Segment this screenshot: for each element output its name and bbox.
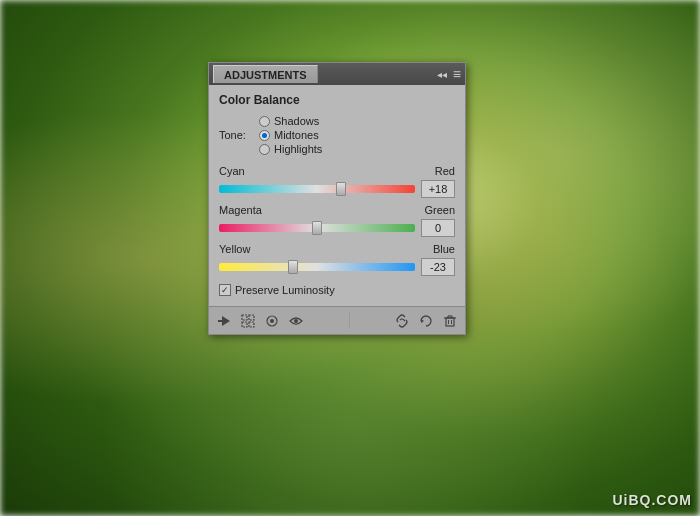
trash-icon[interactable] [441,312,459,330]
cyan-red-slider-row: +18 [219,180,455,198]
tone-radio-group: Shadows Midtones Highlights [259,115,322,155]
svg-marker-0 [218,316,230,326]
brush-icon[interactable] [263,312,281,330]
red-label: Red [435,165,455,177]
cyan-red-track [219,185,415,193]
radio-shadows[interactable]: Shadows [259,115,322,127]
svg-marker-8 [421,319,424,323]
yellow-blue-slider-row: -23 [219,258,455,276]
cyan-red-value[interactable]: +18 [421,180,455,198]
radio-shadows-circle [259,116,270,127]
radio-highlights-label: Highlights [274,143,322,155]
panel-title: Color Balance [219,93,455,107]
magenta-green-track-container[interactable] [219,221,415,235]
cyan-red-slider-section: Cyan Red +18 [219,165,455,198]
green-label: Green [424,204,455,216]
yellow-blue-value[interactable]: -23 [421,258,455,276]
panel-content: Color Balance Tone: Shadows Midtones [209,85,465,306]
tone-label: Tone: [219,129,251,141]
adjustments-panel: ADJUSTMENTS ◂◂ ≡ Color Balance Tone: Sha… [208,62,466,335]
magenta-green-slider-row: 0 [219,219,455,237]
adjustments-tab[interactable]: ADJUSTMENTS [213,65,318,83]
svg-rect-4 [249,322,254,327]
panel-collapse-btn[interactable]: ◂◂ [435,69,449,80]
svg-rect-2 [249,315,254,320]
preserve-luminosity-label: Preserve Luminosity [235,284,335,296]
svg-rect-1 [242,315,247,320]
cyan-red-track-container[interactable] [219,182,415,196]
panel-window-controls: ◂◂ ≡ [435,67,461,81]
preserve-luminosity-row[interactable]: Preserve Luminosity [219,284,455,296]
yellow-blue-header: Yellow Blue [219,243,455,255]
magenta-green-header: Magenta Green [219,204,455,216]
eye-icon[interactable] [287,312,305,330]
watermark: UiBQ.COM [612,492,692,508]
magenta-green-track [219,224,415,232]
yellow-blue-track-container[interactable] [219,260,415,274]
radio-midtones-circle [259,130,270,141]
radio-highlights[interactable]: Highlights [259,143,322,155]
magenta-label: Magenta [219,204,262,216]
radio-midtones[interactable]: Midtones [259,129,322,141]
yellow-label: Yellow [219,243,250,255]
selection-icon[interactable] [239,312,257,330]
svg-point-7 [294,319,298,323]
magenta-green-value[interactable]: 0 [421,219,455,237]
cyan-red-thumb[interactable] [336,182,346,196]
magenta-green-thumb[interactable] [312,221,322,235]
toolbar-divider [349,313,350,329]
tone-section: Tone: Shadows Midtones Highlights [219,115,455,155]
radio-shadows-label: Shadows [274,115,319,127]
radio-highlights-circle [259,144,270,155]
tone-row: Tone: Shadows Midtones Highlights [219,115,455,155]
toolbar-left [215,312,305,330]
yellow-blue-slider-section: Yellow Blue -23 [219,243,455,276]
svg-point-6 [270,319,274,323]
cyan-red-header: Cyan Red [219,165,455,177]
svg-rect-9 [446,318,454,326]
link-icon[interactable] [393,312,411,330]
panel-titlebar: ADJUSTMENTS ◂◂ ≡ [209,63,465,85]
yellow-blue-thumb[interactable] [288,260,298,274]
panel-toolbar [209,306,465,334]
radio-midtones-label: Midtones [274,129,319,141]
arrow-back-icon[interactable] [215,312,233,330]
panel-menu-btn[interactable]: ≡ [453,67,461,81]
yellow-blue-track [219,263,415,271]
cyan-label: Cyan [219,165,245,177]
svg-rect-3 [242,322,247,327]
refresh-icon[interactable] [417,312,435,330]
magenta-green-slider-section: Magenta Green 0 [219,204,455,237]
blue-label: Blue [433,243,455,255]
toolbar-right [393,312,459,330]
preserve-luminosity-checkbox[interactable] [219,284,231,296]
